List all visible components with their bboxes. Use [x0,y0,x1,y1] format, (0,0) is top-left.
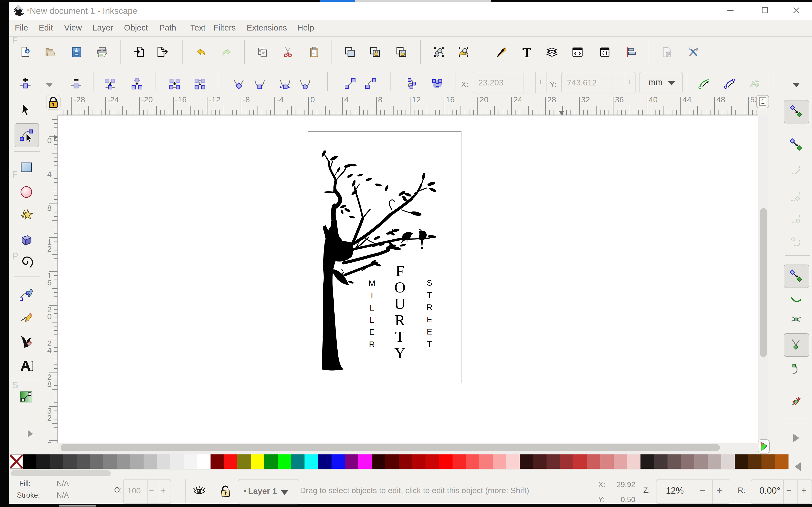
svg-text:4: 4 [47,346,52,355]
svg-text:20: 20 [479,95,489,104]
svg-text:48: 48 [716,95,725,104]
svg-text:44: 44 [682,95,692,104]
svg-text:3: 3 [47,440,52,443]
svg-text:24: 24 [513,95,522,104]
svg-text:6: 6 [47,278,52,287]
svg-text:12: 12 [412,95,421,104]
svg-text:40: 40 [649,95,658,104]
svg-text:2: 2 [47,244,52,253]
svg-text:-8: -8 [243,95,250,104]
svg-text:8: 8 [47,380,52,388]
svg-text:-24: -24 [107,95,119,104]
svg-text:-20: -20 [141,95,153,104]
svg-text:4: 4 [344,95,349,104]
svg-text:4: 4 [47,170,52,179]
svg-text:-4: -4 [276,95,284,104]
svg-text:8: 8 [47,204,52,213]
svg-text:8: 8 [378,95,383,104]
svg-text:-16: -16 [175,95,187,104]
svg-text:0: 0 [310,95,315,104]
svg-text:28: 28 [547,95,556,104]
svg-text:0: 0 [47,136,52,145]
svg-text:2: 2 [47,413,52,422]
svg-text:-12: -12 [209,95,220,104]
svg-text:1: 1 [761,98,765,105]
svg-text:32: 32 [581,95,590,104]
svg-text:0: 0 [47,312,52,321]
svg-text:36: 36 [615,95,624,104]
svg-text:-28: -28 [73,95,85,104]
svg-text:16: 16 [446,95,455,104]
